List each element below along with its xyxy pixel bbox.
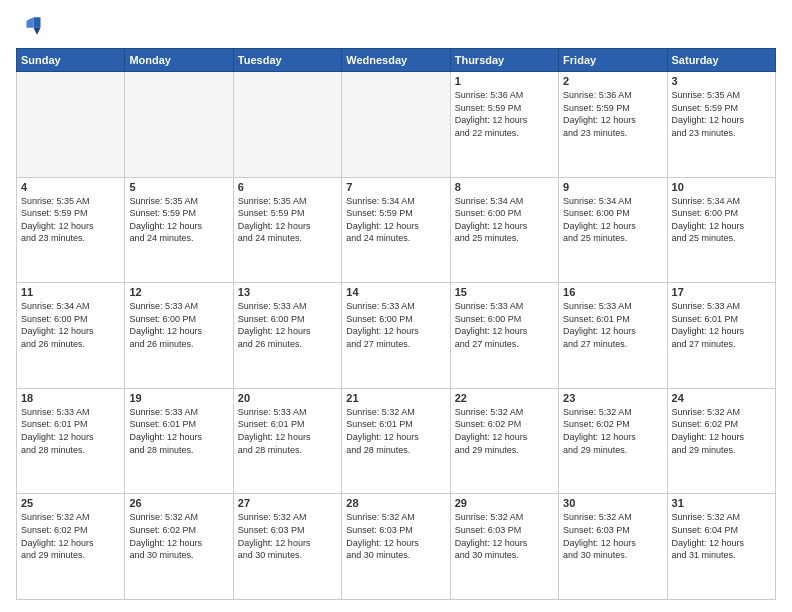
weekday-header-sunday: Sunday [17,49,125,72]
day-number: 9 [563,181,662,193]
day-number: 6 [238,181,337,193]
day-info: Sunrise: 5:32 AMSunset: 6:02 PMDaylight:… [563,406,662,456]
calendar-week-1: 1Sunrise: 5:36 AMSunset: 5:59 PMDaylight… [17,72,776,178]
calendar-cell: 16Sunrise: 5:33 AMSunset: 6:01 PMDayligh… [559,283,667,389]
svg-marker-0 [34,17,41,28]
calendar-cell: 11Sunrise: 5:34 AMSunset: 6:00 PMDayligh… [17,283,125,389]
day-number: 1 [455,75,554,87]
day-info: Sunrise: 5:32 AMSunset: 6:03 PMDaylight:… [346,511,445,561]
day-number: 21 [346,392,445,404]
day-info: Sunrise: 5:33 AMSunset: 6:00 PMDaylight:… [129,300,228,350]
day-info: Sunrise: 5:35 AMSunset: 5:59 PMDaylight:… [129,195,228,245]
day-info: Sunrise: 5:32 AMSunset: 6:02 PMDaylight:… [21,511,120,561]
calendar-cell: 5Sunrise: 5:35 AMSunset: 5:59 PMDaylight… [125,177,233,283]
page: SundayMondayTuesdayWednesdayThursdayFrid… [0,0,792,612]
day-number: 5 [129,181,228,193]
calendar-cell: 10Sunrise: 5:34 AMSunset: 6:00 PMDayligh… [667,177,775,283]
calendar-week-5: 25Sunrise: 5:32 AMSunset: 6:02 PMDayligh… [17,494,776,600]
calendar-cell: 2Sunrise: 5:36 AMSunset: 5:59 PMDaylight… [559,72,667,178]
day-number: 14 [346,286,445,298]
day-info: Sunrise: 5:32 AMSunset: 6:02 PMDaylight:… [129,511,228,561]
day-info: Sunrise: 5:33 AMSunset: 6:00 PMDaylight:… [346,300,445,350]
day-info: Sunrise: 5:32 AMSunset: 6:01 PMDaylight:… [346,406,445,456]
day-info: Sunrise: 5:34 AMSunset: 6:00 PMDaylight:… [672,195,771,245]
day-info: Sunrise: 5:33 AMSunset: 6:01 PMDaylight:… [129,406,228,456]
calendar-cell: 6Sunrise: 5:35 AMSunset: 5:59 PMDaylight… [233,177,341,283]
weekday-header-monday: Monday [125,49,233,72]
calendar-cell [342,72,450,178]
day-info: Sunrise: 5:33 AMSunset: 6:00 PMDaylight:… [238,300,337,350]
day-info: Sunrise: 5:32 AMSunset: 6:03 PMDaylight:… [238,511,337,561]
day-number: 29 [455,497,554,509]
day-number: 4 [21,181,120,193]
calendar-cell: 27Sunrise: 5:32 AMSunset: 6:03 PMDayligh… [233,494,341,600]
calendar-cell: 17Sunrise: 5:33 AMSunset: 6:01 PMDayligh… [667,283,775,389]
day-number: 11 [21,286,120,298]
weekday-header-thursday: Thursday [450,49,558,72]
calendar-cell: 12Sunrise: 5:33 AMSunset: 6:00 PMDayligh… [125,283,233,389]
day-info: Sunrise: 5:34 AMSunset: 5:59 PMDaylight:… [346,195,445,245]
calendar-cell: 28Sunrise: 5:32 AMSunset: 6:03 PMDayligh… [342,494,450,600]
day-number: 28 [346,497,445,509]
day-number: 10 [672,181,771,193]
calendar-cell: 20Sunrise: 5:33 AMSunset: 6:01 PMDayligh… [233,388,341,494]
svg-marker-2 [27,17,34,28]
day-number: 3 [672,75,771,87]
calendar-table: SundayMondayTuesdayWednesdayThursdayFrid… [16,48,776,600]
calendar-cell [233,72,341,178]
calendar-week-2: 4Sunrise: 5:35 AMSunset: 5:59 PMDaylight… [17,177,776,283]
calendar-cell: 30Sunrise: 5:32 AMSunset: 6:03 PMDayligh… [559,494,667,600]
day-info: Sunrise: 5:34 AMSunset: 6:00 PMDaylight:… [21,300,120,350]
header [16,12,776,40]
day-info: Sunrise: 5:36 AMSunset: 5:59 PMDaylight:… [563,89,662,139]
day-number: 22 [455,392,554,404]
calendar-cell [17,72,125,178]
day-number: 15 [455,286,554,298]
day-info: Sunrise: 5:33 AMSunset: 6:00 PMDaylight:… [455,300,554,350]
calendar-cell: 1Sunrise: 5:36 AMSunset: 5:59 PMDaylight… [450,72,558,178]
svg-marker-1 [34,28,41,35]
day-info: Sunrise: 5:32 AMSunset: 6:02 PMDaylight:… [455,406,554,456]
day-number: 19 [129,392,228,404]
calendar-cell: 9Sunrise: 5:34 AMSunset: 6:00 PMDaylight… [559,177,667,283]
calendar-cell: 24Sunrise: 5:32 AMSunset: 6:02 PMDayligh… [667,388,775,494]
day-number: 30 [563,497,662,509]
day-number: 26 [129,497,228,509]
day-number: 20 [238,392,337,404]
logo [16,12,48,40]
day-number: 24 [672,392,771,404]
day-info: Sunrise: 5:32 AMSunset: 6:03 PMDaylight:… [563,511,662,561]
calendar-week-4: 18Sunrise: 5:33 AMSunset: 6:01 PMDayligh… [17,388,776,494]
day-info: Sunrise: 5:32 AMSunset: 6:02 PMDaylight:… [672,406,771,456]
day-info: Sunrise: 5:33 AMSunset: 6:01 PMDaylight:… [21,406,120,456]
calendar-cell: 26Sunrise: 5:32 AMSunset: 6:02 PMDayligh… [125,494,233,600]
day-number: 7 [346,181,445,193]
calendar-cell: 13Sunrise: 5:33 AMSunset: 6:00 PMDayligh… [233,283,341,389]
day-info: Sunrise: 5:32 AMSunset: 6:03 PMDaylight:… [455,511,554,561]
day-number: 8 [455,181,554,193]
calendar-cell: 22Sunrise: 5:32 AMSunset: 6:02 PMDayligh… [450,388,558,494]
logo-icon [16,12,44,40]
day-info: Sunrise: 5:34 AMSunset: 6:00 PMDaylight:… [563,195,662,245]
day-info: Sunrise: 5:33 AMSunset: 6:01 PMDaylight:… [563,300,662,350]
day-info: Sunrise: 5:35 AMSunset: 5:59 PMDaylight:… [672,89,771,139]
day-info: Sunrise: 5:33 AMSunset: 6:01 PMDaylight:… [238,406,337,456]
day-number: 2 [563,75,662,87]
weekday-header-tuesday: Tuesday [233,49,341,72]
day-number: 25 [21,497,120,509]
day-number: 31 [672,497,771,509]
calendar-cell: 3Sunrise: 5:35 AMSunset: 5:59 PMDaylight… [667,72,775,178]
calendar-cell: 25Sunrise: 5:32 AMSunset: 6:02 PMDayligh… [17,494,125,600]
day-number: 13 [238,286,337,298]
calendar-cell [125,72,233,178]
day-number: 23 [563,392,662,404]
weekday-header-row: SundayMondayTuesdayWednesdayThursdayFrid… [17,49,776,72]
calendar-cell: 23Sunrise: 5:32 AMSunset: 6:02 PMDayligh… [559,388,667,494]
day-info: Sunrise: 5:35 AMSunset: 5:59 PMDaylight:… [21,195,120,245]
day-info: Sunrise: 5:36 AMSunset: 5:59 PMDaylight:… [455,89,554,139]
calendar-cell: 8Sunrise: 5:34 AMSunset: 6:00 PMDaylight… [450,177,558,283]
weekday-header-saturday: Saturday [667,49,775,72]
calendar-cell: 15Sunrise: 5:33 AMSunset: 6:00 PMDayligh… [450,283,558,389]
day-info: Sunrise: 5:33 AMSunset: 6:01 PMDaylight:… [672,300,771,350]
day-info: Sunrise: 5:32 AMSunset: 6:04 PMDaylight:… [672,511,771,561]
